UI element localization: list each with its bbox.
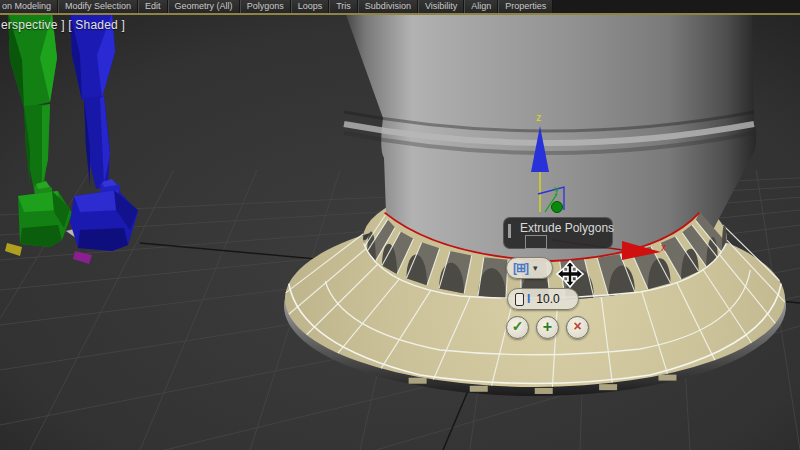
ribbon-tab-loops[interactable]: Loops xyxy=(291,0,330,13)
ribbon-tab-visibility[interactable]: Visibility xyxy=(418,0,464,13)
ribbon-tab-geometry-all-[interactable]: Geometry (All) xyxy=(168,0,240,13)
ribbon-tab-modify-selection[interactable]: Modify Selection xyxy=(58,0,138,13)
viewport-canvas[interactable]: z y x xyxy=(0,0,800,450)
ribbon-tab-align[interactable]: Align xyxy=(464,0,498,13)
tooltip-text: Extrude Polygons xyxy=(520,221,614,235)
viewport-label[interactable]: erspective ] [ Shaded ] xyxy=(1,18,125,32)
ribbon-tab-edit[interactable]: Edit xyxy=(138,0,168,13)
extrude-height-value[interactable]: 10.0 xyxy=(536,292,559,306)
gizmo-x-label: x xyxy=(661,242,666,253)
gizmo-y-arrow[interactable] xyxy=(552,202,563,213)
ribbon-tab-polygons[interactable]: Polygons xyxy=(240,0,291,13)
cancel-button[interactable]: × xyxy=(566,316,589,339)
gizmo-y-label: y xyxy=(554,184,559,195)
ribbon-tab-bar: on ModelingModify SelectionEditGeometry … xyxy=(0,0,800,14)
group-extrude-icon: [⊞] xyxy=(513,261,528,275)
ribbon-tab-subdivision[interactable]: Subdivision xyxy=(358,0,418,13)
height-icon xyxy=(515,293,524,306)
height-ibeam-icon: I xyxy=(527,292,530,306)
3ds-max-window: z y x on ModelingModify SelectionEditGeo… xyxy=(0,0,800,450)
extrude-type-dropdown[interactable]: [⊞] ▾ xyxy=(506,257,553,279)
tooltip-icon-frame xyxy=(525,235,547,249)
apply-and-continue-button[interactable]: + xyxy=(536,316,559,339)
chevron-down-icon[interactable]: ▾ xyxy=(533,263,538,273)
ok-button[interactable]: ✓ xyxy=(506,316,529,339)
move-cursor-icon xyxy=(555,259,585,293)
ribbon-accent-line xyxy=(0,13,800,15)
ribbon-tab-tris[interactable]: Tris xyxy=(329,0,358,13)
caddy-tooltip: Extrude Polygons xyxy=(503,217,613,249)
gizmo-z-label: z xyxy=(536,111,542,123)
ribbon-tab-on-modeling[interactable]: on Modeling xyxy=(0,0,58,13)
tooltip-grip xyxy=(508,224,511,238)
ribbon-tab-properties[interactable]: Properties xyxy=(498,0,553,13)
